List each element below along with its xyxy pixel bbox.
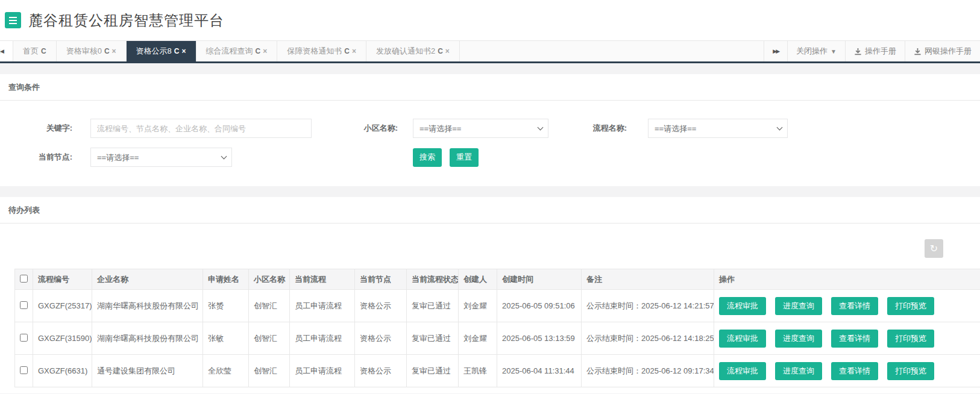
cell-node: 资格公示 xyxy=(355,355,407,387)
cell-process-no: GXGZF(6631) xyxy=(33,355,92,387)
refresh-icon[interactable]: C xyxy=(344,47,350,55)
refresh-icon[interactable]: C xyxy=(256,47,261,55)
search-panel: 查询条件 关键字: 小区名称: ==请选择== 流程名称: ==请选择== 当前… xyxy=(0,74,980,186)
print-preview-button[interactable]: 打印预览 xyxy=(887,330,934,348)
approve-process-button[interactable]: 流程审批 xyxy=(719,297,766,315)
process-name-select[interactable]: ==请选择== xyxy=(648,119,788,138)
scroll-tabs-left-button[interactable]: ◀◀ xyxy=(0,41,13,61)
print-preview-button[interactable]: 打印预览 xyxy=(887,362,934,380)
tab-qualification-publicity[interactable]: 资格公示8 C × xyxy=(127,41,196,61)
search-form: 关键字: 小区名称: ==请选择== 流程名称: ==请选择== 当前节点: xyxy=(0,101,980,186)
refresh-icon[interactable]: C xyxy=(174,47,180,55)
table-row: GXGZF(25317) 湖南华曙高科技股份有限公司 张赟 创智汇 员工申请流程… xyxy=(15,290,980,322)
close-icon[interactable]: × xyxy=(263,47,267,55)
double-left-arrow-icon: ◀◀ xyxy=(0,48,4,54)
progress-query-button[interactable]: 进度查询 xyxy=(775,330,822,348)
cell-community: 创智汇 xyxy=(249,290,290,322)
table-header-row: 流程编号 企业名称 申请姓名 小区名称 当前流程 当前节点 当前流程状态 创建人… xyxy=(15,269,980,290)
keyword-input[interactable] xyxy=(90,119,312,138)
todo-panel: 待办列表 ↻ 流程编号 企业名称 申请姓名 小区名称 当前流程 当前节点 当前流… xyxy=(0,197,980,393)
app-header: 麓谷租赁公租房智慧管理平台 xyxy=(0,0,980,40)
cell-status: 复审已通过 xyxy=(407,322,459,355)
tab-issuance-confirm-notice[interactable]: 发放确认通知书2 C × xyxy=(366,41,460,61)
col-applicant: 申请姓名 xyxy=(203,269,249,290)
cell-creator: 王凯锋 xyxy=(459,355,497,387)
tab-guarantee-notice[interactable]: 保障资格通知书 C × xyxy=(277,41,366,61)
close-operations-dropdown[interactable]: 关闭操作 ▼ xyxy=(787,41,845,61)
view-details-button[interactable]: 查看详情 xyxy=(831,362,878,380)
cell-community: 创智汇 xyxy=(249,355,290,387)
bank-manual-link[interactable]: 网银操作手册 xyxy=(905,41,980,61)
close-icon[interactable]: × xyxy=(112,47,116,55)
select-all-checkbox[interactable] xyxy=(20,275,28,283)
keyword-label: 关键字: xyxy=(0,123,72,134)
tab-bar: ◀◀ 首页 C 资格审核0 C × 资格公示8 C × 综合流程查询 C × 保… xyxy=(0,40,980,63)
hamburger-menu-button[interactable] xyxy=(5,12,21,28)
tab-bar-tools: ▶▶ 关闭操作 ▼ 操作手册 网银操作手册 xyxy=(764,41,980,61)
todo-table: 流程编号 企业名称 申请姓名 小区名称 当前流程 当前节点 当前流程状态 创建人… xyxy=(14,269,980,387)
reset-button[interactable]: 重置 xyxy=(450,148,479,167)
col-actions: 操作 xyxy=(714,269,980,290)
print-preview-button[interactable]: 打印预览 xyxy=(887,297,934,315)
cell-node: 资格公示 xyxy=(355,322,407,355)
search-panel-title: 查询条件 xyxy=(0,74,980,101)
tab-list: 首页 C 资格审核0 C × 资格公示8 C × 综合流程查询 C × 保障资格… xyxy=(13,41,460,61)
refresh-table-button[interactable]: ↻ xyxy=(925,239,943,258)
refresh-icon[interactable]: C xyxy=(104,47,110,55)
col-community: 小区名称 xyxy=(249,269,290,290)
cell-process: 员工申请流程 xyxy=(290,290,355,322)
col-status: 当前流程状态 xyxy=(407,269,459,290)
cell-applicant: 张赟 xyxy=(203,290,249,322)
refresh-icon[interactable]: C xyxy=(41,47,46,55)
refresh-icon[interactable]: C xyxy=(438,47,443,55)
col-creator: 创建人 xyxy=(459,269,497,290)
table-row: GXGZF(6631) 通号建设集团有限公司 全欣莹 创智汇 员工申请流程 资格… xyxy=(15,355,980,387)
hamburger-icon xyxy=(9,17,17,18)
tab-qualification-review[interactable]: 资格审核0 C × xyxy=(57,41,127,61)
cell-company: 通号建设集团有限公司 xyxy=(92,355,203,387)
view-details-button[interactable]: 查看详情 xyxy=(831,330,878,348)
search-button[interactable]: 搜索 xyxy=(413,148,442,167)
cell-remark: 公示结束时间：2025-06-12 14:18:25 xyxy=(582,322,714,355)
cell-creator: 刘金耀 xyxy=(459,290,497,322)
row-checkbox[interactable] xyxy=(20,366,28,374)
approve-process-button[interactable]: 流程审批 xyxy=(719,330,766,348)
approve-process-button[interactable]: 流程审批 xyxy=(719,362,766,380)
tab-home[interactable]: 首页 C xyxy=(13,41,57,61)
cell-remark: 公示结束时间：2025-06-12 09:17:34 xyxy=(582,355,714,387)
row-checkbox[interactable] xyxy=(20,334,28,342)
current-node-select[interactable]: ==请选择== xyxy=(90,148,232,167)
cell-process-no: GXGZF(25317) xyxy=(33,290,92,322)
cell-community: 创智汇 xyxy=(249,322,290,355)
app-title: 麓谷租赁公租房智慧管理平台 xyxy=(28,11,224,30)
tab-process-query[interactable]: 综合流程查询 C × xyxy=(196,41,278,61)
close-icon[interactable]: × xyxy=(182,47,186,55)
community-label: 小区名称: xyxy=(362,123,398,134)
close-icon[interactable]: × xyxy=(352,47,356,55)
col-process: 当前流程 xyxy=(290,269,355,290)
progress-query-button[interactable]: 进度查询 xyxy=(775,362,822,380)
col-company: 企业名称 xyxy=(92,269,203,290)
community-select[interactable]: ==请选择== xyxy=(413,119,548,138)
row-checkbox[interactable] xyxy=(20,301,28,309)
table-row: GXGZF(31590) 湖南华曙高科技股份有限公司 张敏 创智汇 员工申请流程… xyxy=(15,322,980,355)
col-remark: 备注 xyxy=(582,269,714,290)
cell-company: 湖南华曙高科技股份有限公司 xyxy=(92,290,203,322)
col-process-no: 流程编号 xyxy=(33,269,92,290)
operation-manual-link[interactable]: 操作手册 xyxy=(845,41,905,61)
refresh-icon: ↻ xyxy=(930,243,938,254)
cell-process-no: GXGZF(31590) xyxy=(33,322,92,355)
cell-process: 员工申请流程 xyxy=(290,322,355,355)
cell-status: 复审已通过 xyxy=(407,290,459,322)
cell-remark: 公示结束时间：2025-06-12 14:21:57 xyxy=(582,290,714,322)
progress-query-button[interactable]: 进度查询 xyxy=(775,297,822,315)
col-created: 创建时间 xyxy=(497,269,582,290)
close-icon[interactable]: × xyxy=(445,47,450,55)
cell-created: 2025-06-05 13:13:59 xyxy=(497,322,582,355)
double-right-arrow-icon: ▶▶ xyxy=(773,48,779,54)
process-name-label: 流程名称: xyxy=(591,123,627,134)
download-icon xyxy=(854,48,862,55)
view-details-button[interactable]: 查看详情 xyxy=(831,297,878,315)
scroll-tabs-right-button[interactable]: ▶▶ xyxy=(764,41,787,61)
cell-creator: 刘金耀 xyxy=(459,322,497,355)
